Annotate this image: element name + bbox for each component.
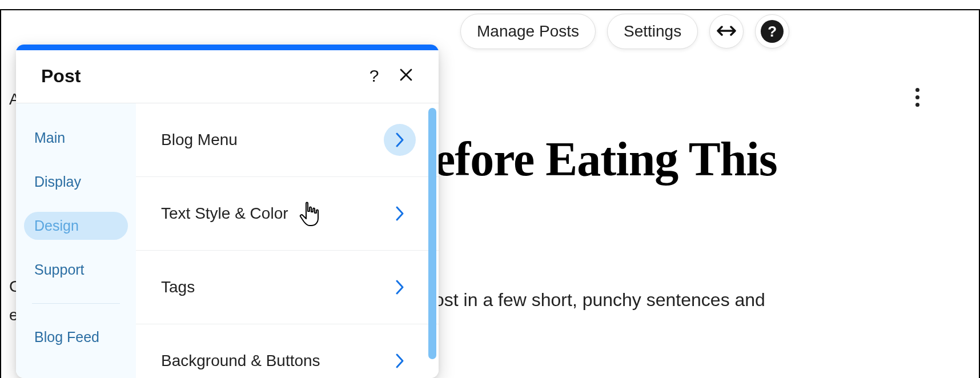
chevron-right-icon [384,124,416,156]
panel-title: Post [41,66,354,87]
sidebar-item-support[interactable]: Support [24,256,128,284]
close-icon [399,66,413,86]
post-settings-panel: Post ? Main Display Design Support Blog … [16,45,439,378]
sidebar-divider [32,303,120,304]
option-text-style-color[interactable]: Text Style & Color [136,177,439,251]
article-preview: efore Eating This ost in a few short, pu… [434,131,934,311]
arrows-horizontal-icon [717,22,736,41]
design-options-list: Blog Menu Text Style & Color Tags Backgr… [136,103,439,378]
sidebar-item-design[interactable]: Design [24,212,128,240]
option-background-buttons[interactable]: Background & Buttons [136,324,439,378]
sidebar-item-blog-feed[interactable]: Blog Feed [24,323,128,351]
panel-close-button[interactable] [394,64,418,88]
option-blog-menu[interactable]: Blog Menu [136,103,439,177]
sidebar-item-display[interactable]: Display [24,168,128,196]
option-tags[interactable]: Tags [136,251,439,324]
option-label: Background & Buttons [161,352,384,370]
panel-help-button[interactable]: ? [362,64,386,88]
settings-button[interactable]: Settings [607,14,698,49]
more-options-button[interactable] [906,86,929,108]
option-label: Blog Menu [161,131,384,149]
chevron-right-icon [384,271,416,303]
scrollbar[interactable] [428,108,436,359]
panel-accent-bar [16,45,439,50]
option-label: Text Style & Color [161,204,384,223]
article-title-fragment: efore Eating This [434,131,934,187]
chevron-right-icon [384,198,416,230]
help-button[interactable]: ? [755,14,789,49]
option-label: Tags [161,278,384,296]
panel-sidebar: Main Display Design Support Blog Feed [16,103,136,378]
question-circle-icon: ? [761,20,784,43]
question-icon: ? [369,66,379,86]
page-toolbar: Manage Posts Settings ? [460,14,789,49]
manage-posts-button[interactable]: Manage Posts [460,14,596,49]
stretch-button[interactable] [709,14,744,49]
article-body-fragment: ost in a few short, punchy sentences and [434,289,934,311]
chevron-right-icon [384,345,416,377]
sidebar-item-main[interactable]: Main [24,124,128,152]
panel-header: Post ? [16,50,439,103]
